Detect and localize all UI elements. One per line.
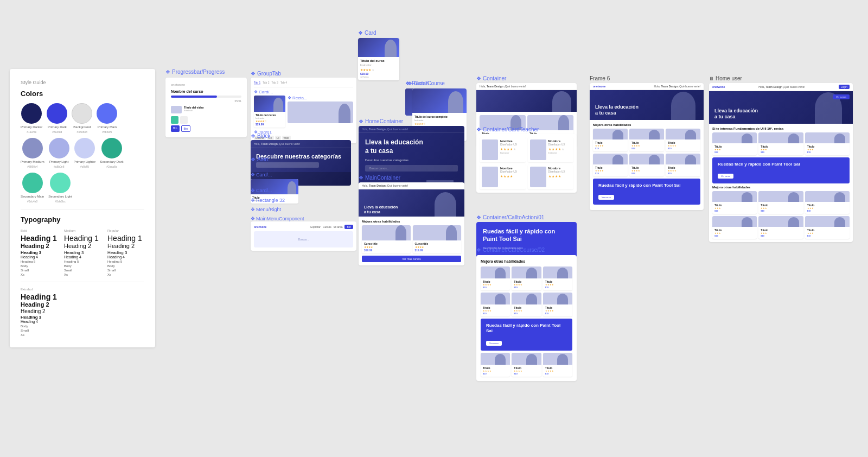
hu-card-6: Título ★★★ $19 xyxy=(805,191,850,214)
frame6-label: Frame 6 xyxy=(590,75,610,81)
hu-card-7: Título ★★★ $19 xyxy=(712,216,757,239)
color-item-sec-main: Secondary Main #3dc4a0 xyxy=(21,173,44,203)
color-swatch-medium xyxy=(22,138,43,158)
cc2-card-3: Título ★★★★ $19 xyxy=(543,266,572,290)
cc2-card-4: Título ★★★★ $19 xyxy=(481,293,510,316)
teacher-card-3: Nombre Diseñador UX ★ ★ ★ ★ xyxy=(480,164,526,189)
cta-inline: Ruedas fácil y rápido con Paint Tool Sai… xyxy=(481,319,572,351)
color-item-medium: Primary Medium #8890c4 xyxy=(21,138,44,168)
cardteacher-label: ❖ Container/CardTeacher xyxy=(476,126,539,132)
card-top-panel: Título del curso Instructor ★★★★ ★ $29.9… xyxy=(358,38,399,80)
color-item-dark: Primary Dark #3a3fdd xyxy=(47,103,67,134)
typography-columns: Bold Heading 1 Heading 2 Heading 3 Headi… xyxy=(21,229,144,276)
homeuser-panel: onetwone Hola, Team Design ¡Qué bueno ve… xyxy=(709,83,853,242)
cardcourse2-panel: Mejora otras habilidades Título ★★★★ $19… xyxy=(476,255,577,381)
card-slash2-label: ❖ Card/... xyxy=(251,172,272,177)
color-swatch-dark xyxy=(47,103,67,124)
homecontainer-label: ❖ HomeContainer xyxy=(359,118,403,124)
card-slash3-label: ❖ Card/... xyxy=(251,188,272,193)
hu-card-2: Título ★★★ $19 xyxy=(758,132,803,155)
rect32-label: ❖ Rectangle 32 xyxy=(251,198,285,203)
progressbar-panel: onetwone Nombre del curso 65/01 Título d… xyxy=(165,78,247,137)
f6-card-4: Título ★★★★ $19 xyxy=(593,154,628,176)
mini-card-mc-1: Curso title ★★★★ $19.99 xyxy=(362,225,411,253)
cc2-card-7: Título ★★★★ $19 xyxy=(481,353,510,377)
color-item-main: Primary Main #5b6ef5 xyxy=(97,103,117,134)
f6-card-6: Título ★★★★ $19 xyxy=(666,154,700,176)
hu-card-5: Título ★★★ $19 xyxy=(758,191,803,214)
recta-img xyxy=(288,101,353,123)
cc2-card-9: Título ★★★★ $19 xyxy=(543,353,572,377)
menu-combined-panel: onetwone Explorar Cursos Mi área Btn Bus… xyxy=(251,221,356,251)
progressbar-label: ❖ Progressbar/Progress xyxy=(165,69,225,75)
color-item-sec-dark: Secondary Dark #2aaa8a xyxy=(100,138,123,168)
calltoaction-label: ❖ Container/CalltoAction/01 xyxy=(476,214,544,220)
menuright-label: ❖ Menu/Right xyxy=(251,207,281,212)
cc2-card-6: Título ★★★★ $19 xyxy=(543,293,572,316)
colors-grid: Primary Darker #1a1f5e Primary Dark #3a3… xyxy=(21,103,144,203)
color-swatch-sec-dark xyxy=(101,138,122,158)
typography-title: Typography xyxy=(21,215,144,224)
color-item-bg: Background #e8e8e8 xyxy=(72,103,92,134)
container-label: ❖ Container xyxy=(476,75,506,81)
teacher-card-1: Nombre Diseñador UX ★ ★ ★ ★ ★ Instructor xyxy=(480,137,526,162)
typo-col-bold: Bold Heading 1 Heading 2 Heading 3 Headi… xyxy=(21,229,58,276)
color-swatch-bg xyxy=(72,103,92,124)
hu-card-8: Título ★★★ $19 xyxy=(758,216,803,239)
color-swatch-sec-light xyxy=(50,173,71,193)
color-item-light: Primary Light #a8b0e8 xyxy=(49,138,69,168)
f6-card-5: Título ★★★★ $19 xyxy=(629,154,664,176)
cc2-card-1: Título ★★★★ $19 xyxy=(481,266,510,290)
mini-card-1: Título del curso Instructor ★★★★☆ $29.99 xyxy=(254,96,285,128)
color-swatch-main xyxy=(97,103,117,124)
cardteacher-panel: Nombre Diseñador UX ★ ★ ★ ★ ★ Instructor xyxy=(476,134,577,193)
color-item-darker: Primary Darker #1a1f5e xyxy=(21,103,42,134)
f6-card-2: Título ★★★★ $19 xyxy=(629,129,664,151)
color-swatch-lighter xyxy=(74,138,95,158)
hu-card-1: Título ★★★ $19 xyxy=(712,132,757,155)
mainmenu-label: ❖ MainMenuComponent xyxy=(251,216,304,221)
style-guide-panel: Style Guide Colors Primary Darker #1a1f5… xyxy=(10,69,155,347)
color-item-sec-light: Secondary Light #5de0bc xyxy=(48,173,72,203)
color-swatch-sec-main xyxy=(22,173,43,193)
f6-card-1: Título ★★★★ $19 xyxy=(593,129,628,151)
canvas: Style Guide Colors Primary Darker #1a1f5… xyxy=(0,0,868,457)
cc2-card-8: Título ★★★★ $19 xyxy=(512,353,541,377)
hu-cta: Ruedas fácil y rápido con Paint Tool Sai… xyxy=(712,157,850,183)
hu-card-4: Título ★★★ $19 xyxy=(712,191,757,214)
mini-card-mc-2: Curso title ★★★★ $19.99 xyxy=(413,225,462,253)
teacher-card-4: Nombre Diseñador UX ★ ★ ★ ★ xyxy=(528,164,574,189)
divider-1 xyxy=(21,210,144,210)
card-top-label: ❖ Card xyxy=(358,30,376,36)
frame6-panel: onetwone Hola, Team Design ¡Qué bueno ve… xyxy=(590,83,704,210)
color-swatch-darker xyxy=(21,103,42,124)
recta-label: ❖ Recta... xyxy=(288,96,353,100)
progress-fill xyxy=(171,96,217,98)
teacher-card-2: Nombre Diseñador UX ★ ★ ★ ★ ★ Instructor xyxy=(528,137,574,162)
block-label: ❖ Block xyxy=(251,133,270,139)
hu-card-3: Título ★★★ $19 xyxy=(805,132,850,155)
grouptab-label: ❖ GroupTab xyxy=(251,71,281,77)
hu-card-9: Título ★★★ $19 xyxy=(805,216,850,239)
card-slash-label: ❖ Card/... xyxy=(254,90,353,94)
divider-2 xyxy=(21,282,144,282)
color-item-lighter: Primary Lighter #c8cff5 xyxy=(74,138,96,168)
style-guide-title: Style Guide xyxy=(21,80,144,85)
cc2-card-2: Título ★★★★ $19 xyxy=(512,266,541,290)
f6-card-3: Título ★★★★ $19 xyxy=(666,129,700,151)
maincontainer-label: ❖ MainContainer xyxy=(359,175,400,181)
cc2-card-5: Título ★★★★ $19 xyxy=(512,293,541,316)
colors-title: Colors xyxy=(21,90,144,98)
color-swatch-light xyxy=(49,138,69,158)
cardcourse2-label: ❖ Container/CardCourse/02 xyxy=(476,247,545,253)
homeuser-label: 🖥 Home user xyxy=(709,75,742,81)
alert-label: ❖ Alert xyxy=(251,156,269,162)
typo-col-regular: Regular Heading 1 Heading 2 Heading 3 He… xyxy=(107,229,144,276)
maincontainer-panel: Hola, Team Design ¡Qué bueno verte! Llev… xyxy=(359,182,464,265)
card-course-label: ❖ Card/Course xyxy=(407,80,445,86)
f6-cta: Ruedas fácil y rápido con Paint Tool Sai… xyxy=(593,179,700,205)
typo-col-medium: Medium Heading 1 Heading 2 Heading 3 Hea… xyxy=(64,229,101,276)
